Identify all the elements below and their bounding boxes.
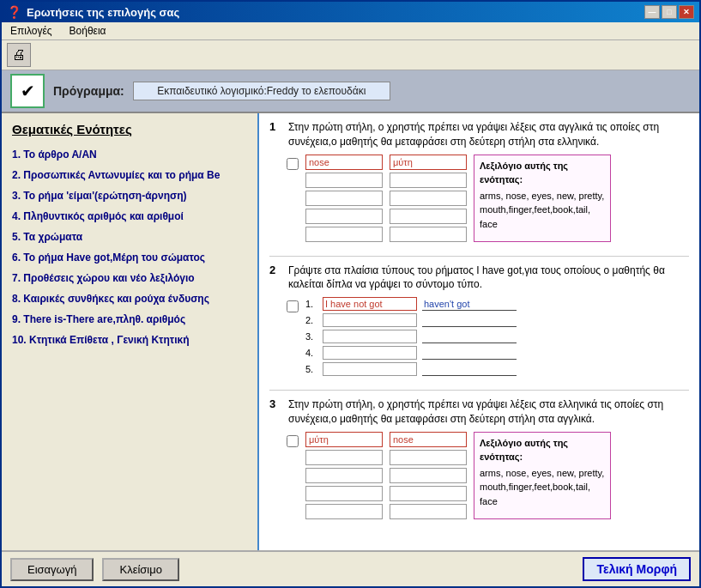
- section-1-col1-row1[interactable]: [305, 155, 383, 170]
- section-3-vocab-title: Λεξιλόγιο αυτής της ενότητας:: [480, 436, 605, 464]
- menu-item-voitheia[interactable]: Βοήθεια: [66, 24, 110, 38]
- section-3-col1-row4[interactable]: [305, 486, 383, 501]
- left-panel: Θεματικές Ενότητες 1. Το άρθρο Α/ΑΝ 2. Π…: [2, 113, 259, 550]
- topic-3[interactable]: 3. Το ρήμα 'είμαι'(ερώτηση-άρνηση): [12, 190, 247, 202]
- section-1-col2-row2[interactable]: [390, 173, 467, 188]
- section-3-checkbox[interactable]: [287, 435, 299, 447]
- section-1-col1-row5[interactable]: [305, 227, 383, 242]
- section-1-col1-row3[interactable]: [305, 191, 383, 206]
- section-1-num: 1: [269, 120, 283, 133]
- maximize-button[interactable]: □: [662, 5, 677, 19]
- section-2-numbered-inputs: 1. 2. 3.: [305, 297, 517, 376]
- section-2-row-4: 4.: [305, 346, 517, 360]
- topic-2[interactable]: 2. Προσωπικές Αντωνυμίες και το ρήμα Be: [12, 169, 247, 181]
- close-window-button[interactable]: ✕: [679, 5, 694, 19]
- section-2-answer-2[interactable]: [422, 313, 517, 327]
- section-1-col2-row4[interactable]: [390, 209, 467, 224]
- section-3-input-grid: Λεξιλόγιο αυτής της ενότητας: arms, nose…: [305, 432, 611, 519]
- section-3-vocab-words: arms, nose, eyes, new, pretty, mouth,fin…: [480, 466, 605, 509]
- section-2-answer-3[interactable]: [422, 330, 517, 343]
- section-2-checkbox-col: [287, 297, 299, 312]
- section-2-input-1[interactable]: [323, 297, 417, 311]
- section-2-num: 2: [269, 264, 283, 276]
- row-4-num: 4.: [305, 348, 317, 358]
- section-3-col1-row3[interactable]: [305, 468, 383, 483]
- section-3-num: 3: [269, 397, 283, 410]
- section-2-input-5[interactable]: [323, 362, 417, 376]
- section-1-col2-row1[interactable]: [390, 155, 467, 170]
- section-2-row-2: 2.: [305, 313, 517, 327]
- bottom-bar: Εισαγωγή Κλείσιμο Τελική Μορφή: [2, 550, 699, 586]
- topic-7[interactable]: 7. Προθέσεις χώρου και νέο λεξιλόγιο: [12, 272, 247, 284]
- section-3-body: Λεξιλόγιο αυτής της ενότητας: arms, nose…: [269, 432, 689, 519]
- section-2-answer-1[interactable]: [422, 297, 517, 311]
- topic-1[interactable]: 1. Το άρθρο Α/ΑΝ: [12, 149, 247, 161]
- section-1-desc: Στην πρώτη στήλη, ο χρηστής πρέπει να γρ…: [288, 120, 689, 149]
- section-3: 3 Στην πρώτη στήλη, ο χρηστής πρέπει να …: [269, 397, 689, 519]
- header-label: Πρόγραμμα:: [53, 84, 124, 98]
- section-3-col2-row2[interactable]: [390, 450, 467, 465]
- section-3-checkbox-col: [287, 432, 299, 447]
- section-2-header: 2 Γράψτε στα πλαίσια τύπους του ρήματος …: [269, 264, 689, 293]
- section-2-body: 1. 2. 3.: [269, 297, 689, 376]
- section-2: 2 Γράψτε στα πλαίσια τύπους του ρήματος …: [269, 264, 689, 377]
- section-1-header: 1 Στην πρώτη στήλη, ο χρηστής πρέπει να …: [269, 120, 689, 149]
- section-2-input-3[interactable]: [323, 330, 417, 343]
- row-1-num: 1.: [305, 299, 317, 309]
- section-3-col2: [390, 432, 467, 519]
- section-2-input-2[interactable]: [323, 313, 417, 327]
- right-panel: 1 Στην πρώτη στήλη, ο χρηστής πρέπει να …: [259, 113, 699, 550]
- divider-2: [269, 390, 689, 391]
- section-3-col2-row3[interactable]: [390, 468, 467, 483]
- main-window: ❓ Ερωτήσεις της επιλογής σας — □ ✕ Επιλο…: [0, 0, 701, 588]
- section-2-input-4[interactable]: [323, 346, 417, 360]
- section-3-col1-row2[interactable]: [305, 450, 383, 465]
- menu-bar: Επιλογές Βοήθεια: [2, 22, 699, 40]
- section-2-desc: Γράψτε στα πλαίσια τύπους του ρήματος I …: [288, 264, 689, 293]
- main-content: Θεματικές Ενότητες 1. Το άρθρο Α/ΑΝ 2. Π…: [2, 113, 699, 550]
- toolbar-icon[interactable]: 🖨: [7, 43, 31, 67]
- title-bar: ❓ Ερωτήσεις της επιλογής σας — □ ✕: [2, 2, 699, 22]
- topic-5[interactable]: 5. Τα χρώματα: [12, 231, 247, 243]
- toolbar: 🖨: [2, 40, 699, 70]
- section-1: 1 Στην πρώτη στήλη, ο χρηστής πρέπει να …: [269, 120, 689, 242]
- window-title: Ερωτήσεις της επιλογής σας: [27, 6, 179, 19]
- section-3-desc: Στην πρώτη στήλη, ο χρηστής πρέπει να γρ…: [288, 397, 689, 427]
- section-1-col2-row3[interactable]: [390, 191, 467, 206]
- topics-title: Θεματικές Ενότητες: [12, 122, 247, 136]
- section-2-row-1: 1.: [305, 297, 517, 311]
- section-3-col2-row1[interactable]: [390, 432, 467, 447]
- section-3-col1-row1[interactable]: [305, 432, 383, 447]
- topic-9[interactable]: 9. There is-There are,πληθ. αριθμός: [12, 313, 247, 325]
- topic-4[interactable]: 4. Πληθυντικός αριθμός και αριθμοί: [12, 210, 247, 222]
- close-button[interactable]: Κλείσιμο: [102, 558, 179, 581]
- program-name: Εκπαιδευτικό λογισμικό:Freddy το ελεπουδ…: [133, 82, 390, 100]
- section-1-col1-row4[interactable]: [305, 209, 383, 224]
- minimize-button[interactable]: —: [644, 5, 660, 19]
- final-form-button[interactable]: Τελική Μορφή: [583, 557, 691, 581]
- section-1-col1: [305, 155, 383, 242]
- topic-10[interactable]: 10. Κτητικά Επίθετα , Γενική Κτητική: [12, 334, 247, 346]
- insert-button[interactable]: Εισαγωγή: [10, 558, 94, 581]
- row-5-num: 5.: [305, 364, 317, 374]
- section-2-answer-4[interactable]: [422, 346, 517, 360]
- section-3-col2-row5[interactable]: [390, 504, 467, 519]
- header-bar: ✔ Πρόγραμμα: Εκπαιδευτικό λογισμικό:Fred…: [2, 70, 699, 113]
- section-3-col2-row4[interactable]: [390, 486, 467, 501]
- section-1-col2-row5[interactable]: [390, 227, 467, 242]
- menu-item-epiloges[interactable]: Επιλογές: [7, 24, 56, 38]
- section-2-row-5: 5.: [305, 362, 517, 376]
- section-1-input-grid: Λεξιλόγιο αυτής της ενότητας: arms, nose…: [305, 155, 611, 242]
- section-3-col1-row5[interactable]: [305, 504, 383, 519]
- row-3-num: 3.: [305, 331, 317, 342]
- section-2-answer-5[interactable]: [422, 362, 517, 376]
- row-2-num: 2.: [305, 315, 317, 325]
- topic-8[interactable]: 8. Καιρικές συνθήκες και ρούχα ένδυσης: [12, 293, 247, 305]
- title-bar-left: ❓ Ερωτήσεις της επιλογής σας: [7, 5, 179, 19]
- section-1-checkbox[interactable]: [287, 158, 299, 170]
- topic-6[interactable]: 6. Το ρήμα Have got,Μέρη του σώματος: [12, 252, 247, 264]
- section-1-col1-row2[interactable]: [305, 173, 383, 188]
- section-1-vocab-title: Λεξιλόγιο αυτής της ενότητας:: [480, 159, 605, 187]
- section-1-body: Λεξιλόγιο αυτής της ενότητας: arms, nose…: [269, 155, 689, 242]
- section-2-checkbox[interactable]: [287, 300, 299, 312]
